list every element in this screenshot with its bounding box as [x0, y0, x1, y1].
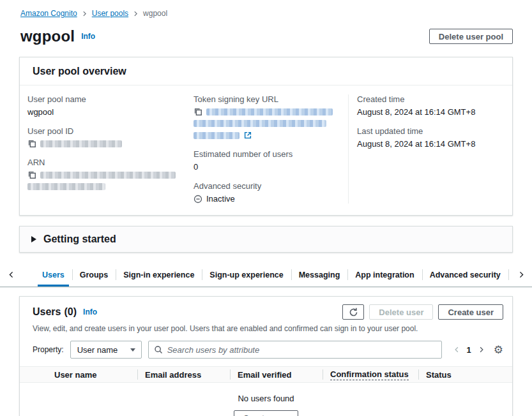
- pagination-previous-icon[interactable]: [453, 346, 460, 353]
- search-box: [148, 341, 442, 359]
- refresh-icon: [349, 308, 358, 317]
- column-header-status: Status: [418, 367, 512, 382]
- overview-panel-title: User pool overview: [33, 66, 499, 77]
- search-icon: [154, 345, 163, 354]
- user-pool-name-value: wgpool: [27, 107, 194, 117]
- overview-column-3: Created time August 8, 2024 at 16:14 GMT…: [348, 94, 505, 204]
- breadcrumb-separator-icon: [82, 11, 87, 17]
- overview-column-1: User pool name wgpool User pool ID ARN: [27, 94, 194, 204]
- column-header-email-address: Email address: [137, 367, 230, 382]
- breadcrumb-current: wgpool: [143, 9, 167, 18]
- column-header-user-name: User name: [47, 367, 137, 382]
- tab-sign-up-experience[interactable]: Sign-up experience: [202, 263, 291, 286]
- users-description: View, edit, and create users in your use…: [33, 324, 503, 333]
- created-time-value: August 8, 2024 at 16:14 GMT+8: [357, 107, 505, 117]
- tab-groups[interactable]: Groups: [72, 263, 116, 286]
- users-info-link[interactable]: Info: [83, 308, 97, 316]
- users-panel-title: Users: [33, 306, 61, 318]
- advanced-security-value: Inactive: [206, 194, 235, 204]
- getting-started-title: Getting started: [43, 234, 116, 245]
- empty-state-create-user-button[interactable]: Create user: [234, 410, 299, 416]
- copy-icon[interactable]: [194, 107, 202, 116]
- user-pool-id-label: User pool ID: [27, 126, 194, 136]
- create-user-button[interactable]: Create user: [438, 304, 503, 320]
- breadcrumb-link-user-pools[interactable]: User pools: [92, 9, 128, 18]
- inactive-status-icon: [194, 195, 202, 204]
- pagination: 1 ⚙: [453, 345, 503, 355]
- arn-label: ARN: [27, 158, 194, 167]
- copy-icon[interactable]: [27, 139, 36, 148]
- confirmation-status-tooltip-trigger[interactable]: Confirmation status: [330, 369, 409, 380]
- token-signing-key-url-field: Token signing key URL: [194, 94, 348, 140]
- tab-users[interactable]: Users: [34, 263, 72, 286]
- overview-panel-header: User pool overview: [20, 57, 512, 85]
- breadcrumb: Amazon Cognito User pools wgpool: [0, 0, 532, 18]
- page-title: wgpool: [20, 27, 75, 45]
- user-pool-name-label: User pool name: [27, 94, 194, 104]
- token-url-redacted-line-3: [194, 132, 239, 139]
- last-updated-time-value: August 8, 2024 at 16:14 GMT+8: [357, 139, 505, 149]
- users-empty-state: No users found Create user: [20, 383, 512, 416]
- delete-user-button[interactable]: Delete user: [369, 304, 433, 320]
- arn-redacted-line-2: [27, 183, 105, 190]
- created-time-label: Created time: [357, 94, 505, 104]
- last-updated-time-field: Last updated time August 8, 2024 at 16:1…: [357, 126, 505, 149]
- chevron-right-icon: [518, 271, 525, 278]
- user-pool-name-field: User pool name wgpool: [27, 94, 194, 117]
- external-link-icon[interactable]: [243, 131, 252, 140]
- overview-body: User pool name wgpool User pool ID ARN: [20, 85, 512, 215]
- caret-down-icon: [130, 348, 135, 352]
- estimated-users-field: Estimated number of users 0: [194, 149, 348, 172]
- pagination-next-icon[interactable]: [478, 346, 485, 353]
- token-url-redacted-line-1: [206, 108, 333, 115]
- tab-user-pool-properties[interactable]: User pool properties: [508, 263, 510, 286]
- tabs-scroll-right-button[interactable]: [510, 263, 532, 286]
- users-count: (0): [64, 306, 77, 318]
- page-title-info-link[interactable]: Info: [81, 32, 95, 41]
- search-input[interactable]: [167, 345, 436, 355]
- overview-column-2: Token signing key URL Estimated number o…: [194, 94, 348, 204]
- users-table-header: User name Email address Email verified C…: [20, 366, 512, 383]
- user-pool-overview-panel: User pool overview User pool name wgpool…: [19, 57, 513, 216]
- created-time-field: Created time August 8, 2024 at 16:14 GMT…: [357, 94, 505, 117]
- tab-sign-in-experience[interactable]: Sign-in experience: [116, 263, 202, 286]
- advanced-security-label: Advanced security: [194, 181, 348, 191]
- user-pool-id-redacted: [40, 140, 122, 147]
- estimated-users-value: 0: [194, 162, 348, 172]
- getting-started-expander[interactable]: Getting started: [19, 226, 513, 253]
- advanced-security-field: Advanced security Inactive: [194, 181, 348, 204]
- users-panel: Users (0) Info Delete user Create user V…: [19, 296, 513, 416]
- tab-advanced-security[interactable]: Advanced security: [422, 263, 508, 286]
- estimated-users-label: Estimated number of users: [194, 149, 348, 159]
- chevron-left-icon: [8, 271, 15, 278]
- arn-field: ARN: [27, 158, 194, 190]
- property-label: Property:: [33, 345, 64, 354]
- token-url-redacted-line-2: [194, 120, 326, 127]
- users-panel-header: Users (0) Info Delete user Create user V…: [20, 297, 512, 333]
- property-select[interactable]: User name: [70, 341, 142, 359]
- empty-state-text: No users found: [20, 394, 512, 403]
- tab-strip: Users Groups Sign-in experience Sign-up …: [22, 263, 510, 286]
- tabs-bar: Users Groups Sign-in experience Sign-up …: [0, 263, 532, 287]
- column-header-email-verified: Email verified: [230, 367, 323, 382]
- pagination-page-1[interactable]: 1: [467, 345, 471, 355]
- refresh-button[interactable]: [342, 304, 364, 320]
- caret-right-icon: [31, 236, 36, 242]
- breadcrumb-link-amazon-cognito[interactable]: Amazon Cognito: [20, 9, 77, 18]
- copy-icon[interactable]: [27, 170, 36, 179]
- users-filter-row: Property: User name 1 ⚙: [20, 333, 512, 359]
- user-pool-id-field: User pool ID: [27, 126, 194, 148]
- tabs-scroll-left-button[interactable]: [0, 263, 22, 286]
- selection-column-header: [20, 367, 47, 382]
- tab-app-integration[interactable]: App integration: [347, 263, 422, 286]
- column-header-confirmation-status: Confirmation status: [323, 367, 418, 382]
- breadcrumb-separator-icon: [133, 11, 139, 17]
- page-header: wgpool Info Delete user pool: [0, 18, 532, 45]
- preferences-gear-icon[interactable]: ⚙: [494, 345, 503, 355]
- arn-redacted-line-1: [40, 172, 176, 179]
- delete-user-pool-button[interactable]: Delete user pool: [429, 29, 513, 44]
- last-updated-time-label: Last updated time: [357, 126, 505, 136]
- property-select-value: User name: [77, 345, 118, 355]
- tab-messaging[interactable]: Messaging: [291, 263, 348, 286]
- token-signing-key-url-label: Token signing key URL: [194, 94, 348, 104]
